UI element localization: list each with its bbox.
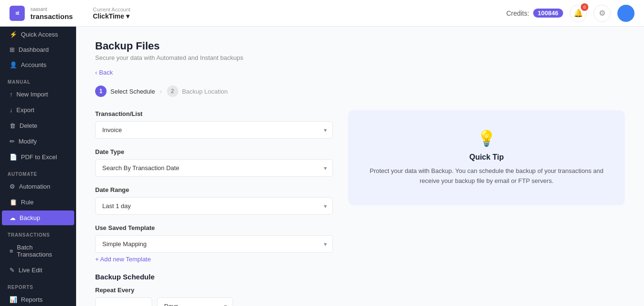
sidebar-item-label: Accounts [21,61,46,68]
date-type-select[interactable]: Search By Transaction Date Search By Mod… [96,160,332,176]
step-2: 2 Backup Location [167,86,228,97]
sidebar-item-new-import[interactable]: ↑ New Import [2,87,74,102]
sidebar-item-label: Batch Transactions [17,244,67,258]
sidebar-item-label: Modify [19,138,37,145]
backup-schedule-title: Backup Schedule [95,273,333,281]
sidebar-item-label: Rule [21,199,34,206]
credits-area: Credits: 100846 [506,9,563,18]
pdf-icon: 📄 [10,153,17,161]
header-left: st saasant transactions Current Account … [10,5,130,21]
settings-button[interactable]: ⚙ [594,5,611,22]
date-range-select[interactable]: Last 1 day Last 7 days Last 30 days Cust… [96,198,332,214]
sidebar: ⚡ Quick Access ⊞ Dashboard 👤 Accounts MA… [0,27,76,306]
step-arrow-icon: › [160,87,162,95]
sidebar-item-rule[interactable]: 📋 Rule [2,195,74,210]
repeat-every-inputs: Days Weeks Months ▾ [95,297,333,306]
back-arrow-icon: ‹ [95,69,97,76]
date-type-label: Date Type [95,148,333,155]
tip-text: Protect your data with Backup. You can s… [362,166,611,186]
sidebar-item-label: New Import [17,91,48,98]
sidebar-item-modify[interactable]: ✏ Modify [2,134,74,149]
avatar[interactable] [617,5,634,22]
add-template-link[interactable]: + Add new Template [95,256,151,263]
reports-icon: 📊 [10,296,17,303]
transaction-list-label: Transaction/List [95,110,333,117]
sidebar-item-export[interactable]: ↓ Export [2,103,74,117]
transaction-list-select[interactable]: Invoice Bill Payment Journal Entry [96,122,332,138]
step-1-circle: 1 [95,86,107,97]
page-title: Backup Files [95,40,625,52]
stepper: 1 Select Schedule › 2 Backup Location [95,86,625,97]
header: st saasant transactions Current Account … [0,0,644,27]
sidebar-item-label: Live Edit [19,267,42,274]
delete-icon: 🗑 [10,122,16,129]
automation-icon: ⚙ [10,183,15,190]
sidebar-item-label: PDF to Excel [21,153,57,161]
date-type-select-wrapper: Search By Transaction Date Search By Mod… [95,159,333,177]
sidebar-item-automation[interactable]: ⚙ Automation [2,179,74,194]
step-2-label: Backup Location [182,88,228,95]
template-select[interactable]: Simple Mapping Advanced Mapping [96,236,332,252]
transaction-list-select-wrapper: Invoice Bill Payment Journal Entry ▾ [95,121,333,139]
step-1: 1 Select Schedule [95,86,155,97]
credits-label: Credits: [506,10,529,17]
sidebar-item-label: Delete [20,122,38,129]
modify-icon: ✏ [10,138,15,145]
sidebar-item-label: Dashboard [19,46,49,53]
sidebar-section-automate: AUTOMATE [0,165,76,179]
sidebar-item-delete[interactable]: 🗑 Delete [2,118,74,133]
current-account-area: Current Account ClickTime ▾ [93,7,130,20]
back-link[interactable]: ‹ Back [95,69,625,76]
current-account-label: Current Account [93,7,130,12]
accounts-icon: 👤 [10,61,17,68]
sidebar-item-pdf-to-excel[interactable]: 📄 PDF to Excel [2,150,74,164]
chevron-down-icon: ▾ [126,12,129,20]
date-range-label: Date Range [95,186,333,193]
layout: ⚡ Quick Access ⊞ Dashboard 👤 Accounts MA… [0,27,644,306]
credits-badge: 100846 [533,9,563,18]
logo-icon: st [10,6,25,21]
repeat-every-label: Repeat Every [95,287,333,294]
repeat-every-number-input[interactable] [95,297,152,306]
sidebar-item-reports[interactable]: 📊 Reports [2,292,74,306]
header-right: Credits: 100846 🔔 0 ⚙ [506,5,634,22]
sidebar-item-live-edit[interactable]: ✎ Live Edit [2,263,74,277]
sidebar-item-backup[interactable]: ☁ Backup [2,210,74,225]
sidebar-section-manual: MANUAL [0,73,76,86]
tip-title: Quick Tip [469,153,504,162]
date-type-field: Date Type Search By Transaction Date Sea… [95,148,333,177]
notification-count: 0 [581,3,588,11]
step-2-circle: 2 [167,86,178,97]
step-1-label: Select Schedule [110,88,155,95]
export-icon: ↓ [10,106,13,114]
sidebar-item-label: Quick Access [21,31,58,38]
quick-tip-card: 💡 Quick Tip Protect your data with Backu… [348,110,625,205]
sidebar-item-batch-transactions[interactable]: ≡ Batch Transactions [2,240,74,262]
form-tip-layout: Transaction/List Invoice Bill Payment Jo… [95,110,625,306]
main-content: Backup Files Secure your data with Autom… [76,27,644,306]
sidebar-section-transactions: TRANSACTIONS [0,226,76,239]
repeat-every-unit-select[interactable]: Days Weeks Months [157,298,233,306]
repeat-every-unit-wrapper: Days Weeks Months ▾ [157,297,233,306]
current-account-selector[interactable]: ClickTime ▾ [93,12,130,20]
notifications-button[interactable]: 🔔 0 [570,5,587,22]
sidebar-section-reports: REPORTS [0,278,76,292]
sidebar-item-accounts[interactable]: 👤 Accounts [2,57,74,72]
template-select-wrapper: Simple Mapping Advanced Mapping ▾ [95,235,333,253]
logo-text: saasant transactions [30,5,73,21]
backup-schedule-section: Backup Schedule Repeat Every Days Weeks … [95,273,333,306]
sidebar-item-quick-access[interactable]: ⚡ Quick Access [2,27,74,42]
sidebar-item-dashboard[interactable]: ⊞ Dashboard [2,42,74,57]
transaction-list-field: Transaction/List Invoice Bill Payment Jo… [95,110,333,139]
sidebar-item-label: Export [17,106,35,114]
lightbulb-icon: 💡 [477,129,496,147]
backup-icon: ☁ [10,214,16,221]
use-saved-template-field: Use Saved Template Simple Mapping Advanc… [95,224,333,263]
sidebar-group-top: ⚡ Quick Access ⊞ Dashboard 👤 Accounts [0,27,76,73]
form-area: Transaction/List Invoice Bill Payment Jo… [95,110,333,306]
import-icon: ↑ [10,91,13,98]
rule-icon: 📋 [10,199,17,206]
date-range-field: Date Range Last 1 day Last 7 days Last 3… [95,186,333,215]
sidebar-item-label: Backup [20,214,40,221]
sidebar-item-label: Reports [21,296,43,303]
